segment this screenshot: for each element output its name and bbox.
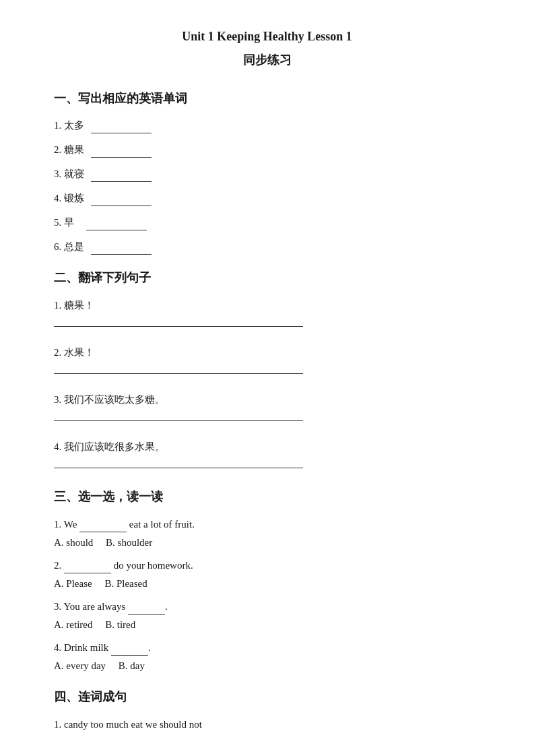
- item-num: 2.: [54, 144, 61, 155]
- fill-blank-section: 2. do your homework. A. Please B. Please…: [54, 557, 480, 592]
- item-cn: 就寝: [64, 168, 84, 179]
- fill-blank-section: 1. We eat a lot of fruit. A. should B. s…: [54, 516, 480, 550]
- answer-blank: [79, 532, 127, 532]
- item-cn: 早: [64, 217, 74, 228]
- item-num: 5.: [54, 217, 61, 228]
- item-cn: 太多: [64, 120, 84, 131]
- item-num: 6.: [54, 241, 61, 252]
- fill-blank-section: 3. You are always . A. retired B. tired: [54, 598, 480, 633]
- section3-title: 三、选一选，读一读: [54, 487, 480, 507]
- translation-item: 3. 我们不应该吃太多糖。: [54, 391, 480, 427]
- page-title-cn: 同步练习: [54, 51, 480, 70]
- item-blank: [91, 181, 152, 182]
- translation-question: 4. 我们应该吃很多水果。: [54, 439, 480, 455]
- item-cn: 锻炼: [64, 193, 84, 203]
- options-text: A. retired B. tired: [54, 617, 480, 633]
- item-blank: [86, 230, 147, 230]
- item-blank: [91, 157, 152, 158]
- sentence-item: 1. candy too much eat we should not: [54, 716, 480, 732]
- translation-question: 2. 水果！: [54, 344, 480, 360]
- answer-blank: [64, 573, 111, 573]
- translation-question: 1. 糖果！: [54, 297, 480, 313]
- page-title-en: Unit 1 Keeping Healthy Lesson 1: [54, 27, 480, 46]
- question-text: 3. You are always .: [54, 598, 480, 615]
- item-blank: [91, 133, 152, 133]
- translation-question: 3. 我们不应该吃太多糖。: [54, 391, 480, 408]
- item-num: 4.: [54, 193, 61, 203]
- section4-title: 四、连词成句: [54, 687, 480, 707]
- item-num: 3.: [54, 168, 61, 179]
- item-cn: 总是: [64, 241, 84, 252]
- question-text: 2. do your homework.: [54, 557, 480, 573]
- list-item: 4. 锻炼: [54, 190, 480, 206]
- answer-blank: [128, 614, 165, 615]
- sentence-words: candy too much eat we should not: [64, 719, 202, 730]
- item-cn: 糖果: [64, 144, 84, 155]
- translation-item: 4. 我们应该吃很多水果。: [54, 439, 480, 474]
- list-item: 5. 早: [54, 214, 480, 230]
- vocab-list: 1. 太多 2. 糖果 3. 就寝 4. 锻炼 5. 早 6. 总是: [54, 117, 480, 255]
- options-text: A. every day B. day: [54, 658, 480, 674]
- section2-title: 二、翻译下列句子: [54, 268, 480, 288]
- item-blank: [91, 206, 152, 206]
- translation-blank: [54, 420, 303, 421]
- section1-title: 一、写出相应的英语单词: [54, 89, 480, 108]
- fill-blank-section: 4. Drink milk . A. every day B. day: [54, 639, 480, 674]
- question-text: 4. Drink milk .: [54, 639, 480, 656]
- item-blank: [91, 254, 152, 255]
- list-item: 1. 太多: [54, 117, 480, 133]
- options-text: A. should B. shoulder: [54, 534, 480, 550]
- answer-blank: [111, 655, 148, 656]
- options-text: A. Please B. Pleased: [54, 575, 480, 592]
- translation-blank: [54, 468, 303, 468]
- translation-blank: [54, 373, 303, 374]
- item-num: 1.: [54, 120, 61, 131]
- translation-item: 1. 糖果！: [54, 297, 480, 332]
- list-item: 2. 糖果: [54, 141, 480, 158]
- list-item: 6. 总是: [54, 239, 480, 255]
- sentence-num: 1.: [54, 719, 64, 730]
- translation-blank: [54, 326, 303, 327]
- question-text: 1. We eat a lot of fruit.: [54, 516, 480, 532]
- list-item: 3. 就寝: [54, 166, 480, 182]
- translation-item: 2. 水果！: [54, 344, 480, 379]
